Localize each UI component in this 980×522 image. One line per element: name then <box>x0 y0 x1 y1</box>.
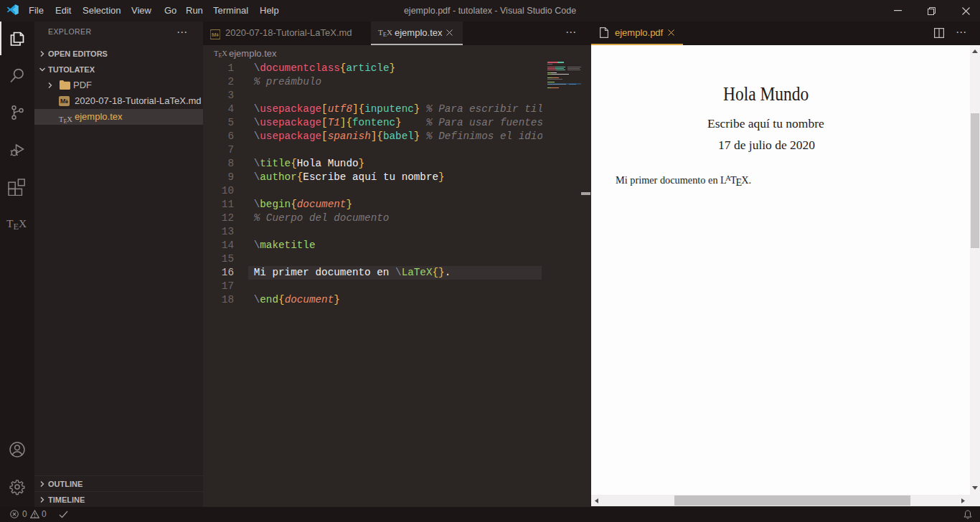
svg-text:M: M <box>212 32 217 38</box>
svg-text:M: M <box>60 98 66 105</box>
